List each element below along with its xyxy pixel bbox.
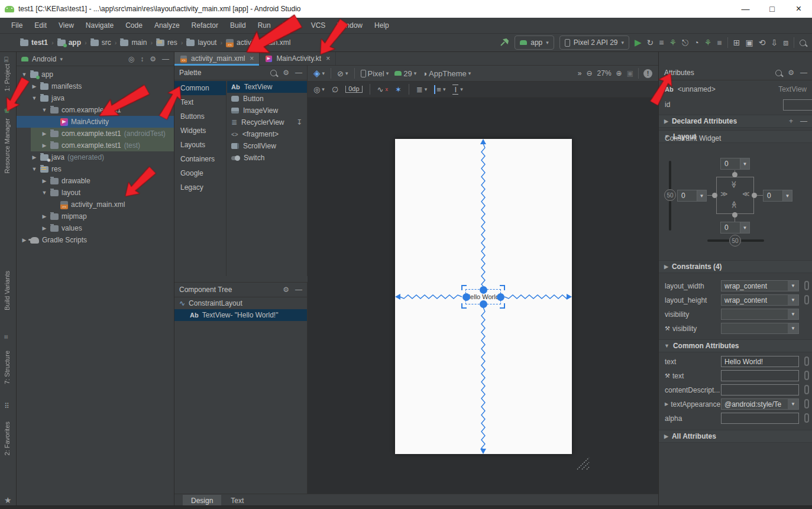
hide-panel-icon[interactable]: —	[800, 69, 807, 77]
tree-chevron-icon[interactable]: ▶	[41, 213, 47, 219]
constraint-anchor-right[interactable]	[752, 193, 757, 198]
tree-chevron-icon[interactable]: ▼	[41, 190, 47, 196]
combo-arrow-icon[interactable]: ▼	[788, 309, 798, 319]
zoom-fit-button[interactable]: ▣	[627, 69, 633, 77]
breadcrumb-app[interactable]: app	[57, 38, 81, 47]
structure-icon[interactable]: ⠿	[4, 402, 9, 410]
attr-text-input[interactable]: Hello World!	[721, 356, 799, 367]
margin-bottom-selector[interactable]: 0▼	[720, 222, 750, 234]
run-button[interactable]: ▶	[635, 37, 642, 48]
remove-attribute-icon[interactable]: —	[800, 117, 807, 125]
tree-chevron-icon[interactable]: ▼	[41, 107, 47, 113]
tree-chevron-icon[interactable]: ▶	[41, 142, 47, 148]
palette-category-widgets[interactable]: Widgets	[174, 124, 226, 138]
menu-code[interactable]: Code	[120, 20, 148, 31]
margin-right-selector[interactable]: 0▼	[763, 190, 792, 202]
favorites-star-icon[interactable]: ★	[4, 495, 12, 505]
tool-button-resource-manager[interactable]: Resource Manager	[4, 118, 11, 174]
gear-icon[interactable]: ⚙	[283, 286, 289, 294]
palette-item-button[interactable]: Button	[227, 93, 307, 105]
attr-layout_height-combo[interactable]: wrap_content▼	[721, 294, 799, 306]
tree-chevron-icon[interactable]: ▼	[31, 95, 37, 101]
search-icon[interactable]	[775, 70, 782, 76]
menu-navigate[interactable]: Navigate	[80, 20, 119, 31]
menu-edit[interactable]: Edit	[29, 20, 52, 31]
attr-connection-pill[interactable]	[804, 356, 809, 366]
tool-button-build-variants[interactable]: Build Variants	[4, 271, 11, 310]
hide-panel-icon[interactable]: —	[162, 55, 169, 63]
constraint-anchor-bottom[interactable]	[732, 212, 737, 218]
restart-debug-button[interactable]: ⚘	[704, 38, 712, 47]
apply-changes-button[interactable]: ↻	[647, 38, 654, 47]
expander-icon[interactable]: ▶	[665, 401, 668, 407]
palette-category-buttons[interactable]: Buttons	[174, 109, 226, 124]
design-canvas[interactable]: Hello World!	[308, 98, 658, 494]
tree-chevron-icon[interactable]: ▶	[31, 154, 37, 160]
attr-text-input[interactable]	[721, 370, 799, 381]
section-all-attributes[interactable]: ▶All Attributes	[659, 430, 812, 443]
tree-item-mipmap[interactable]: ▶mipmap	[17, 210, 174, 222]
tree-chevron-icon[interactable]: ▶	[21, 237, 27, 243]
combo-arrow-icon[interactable]: ▼	[788, 281, 798, 291]
search-everywhere-icon[interactable]	[800, 40, 806, 46]
component-tree-item-constraintlayout[interactable]: ∿ConstraintLayout	[174, 297, 307, 309]
menu-refactor[interactable]: Refactor	[186, 20, 224, 31]
tree-item-layout[interactable]: ▼layout	[17, 187, 174, 199]
design-surface-selector[interactable]: ◈▾	[313, 68, 325, 79]
tree-chevron-icon[interactable]: ▼	[21, 72, 27, 77]
profiler-button[interactable]: ◔	[694, 38, 698, 47]
tree-chevron-icon[interactable]: ▼	[31, 166, 37, 172]
gradle-sync-button[interactable]: ⟲	[759, 38, 766, 47]
search-icon[interactable]	[270, 70, 277, 76]
breadcrumb-layout[interactable]: layout	[186, 38, 216, 47]
section-declared-attributes[interactable]: ▶Declared Attributes +—	[659, 115, 812, 128]
attr-layout_width-combo[interactable]: wrap_content▼	[721, 280, 799, 291]
tree-item-values[interactable]: ▶values	[17, 222, 174, 234]
maximize-button[interactable]: □	[759, 0, 785, 18]
device-selector[interactable]: Pixel 2 API 29▾	[559, 35, 629, 50]
breadcrumb-res[interactable]: res	[156, 38, 177, 47]
mode-tab-text[interactable]: Text	[222, 495, 252, 507]
tree-chevron-icon[interactable]: ▶	[41, 131, 47, 137]
tree-item-com-example-test1[interactable]: ▼com.example.test1	[17, 104, 174, 116]
clear-constraints-button[interactable]: ∿x	[377, 85, 388, 94]
breadcrumb-test1[interactable]: test1	[20, 38, 48, 47]
attach-debugger-button[interactable]: ⎋	[682, 38, 688, 48]
tree-chevron-icon[interactable]: ▶	[41, 225, 47, 231]
mode-tab-design[interactable]: Design	[183, 495, 221, 507]
menu-help[interactable]: Help	[369, 20, 394, 31]
tool-button-project[interactable]: 1: Project	[4, 64, 11, 91]
attr-textAppearance-combo[interactable]: @android:style/Te▼	[721, 398, 799, 410]
attr-connection-pill[interactable]	[804, 281, 809, 290]
autoconnect-off-icon[interactable]: ∅	[332, 85, 338, 94]
constraint-handle-left[interactable]	[462, 293, 470, 301]
combo-arrow-icon[interactable]: ▼	[788, 323, 798, 333]
build-hammer-icon[interactable]	[500, 38, 509, 47]
editor-tab-activity_main-xml[interactable]: activity_main.xml×	[174, 52, 260, 65]
gear-icon[interactable]: ⚙	[283, 69, 289, 77]
tree-item-mainactivity[interactable]: MainActivity	[17, 116, 174, 128]
tool-button-favorites[interactable]: 2: Favorites	[4, 422, 11, 455]
orientation-selector[interactable]: ⊘▾	[337, 69, 348, 78]
tree-item-java[interactable]: ▶java (generated)	[17, 151, 174, 163]
download-icon[interactable]: ↧	[296, 118, 302, 127]
palette-category-layouts[interactable]: Layouts	[174, 138, 226, 152]
tool-button-structure[interactable]: 7: Structure	[4, 351, 11, 384]
component-tree-item-textview[interactable]: AbTextView- "Hello World!"	[174, 309, 307, 321]
theme-selector[interactable]: ◑AppTheme▾	[422, 69, 471, 78]
attr-connection-pill[interactable]	[804, 371, 809, 380]
project-view-selector[interactable]: Android	[32, 55, 56, 63]
tree-chevron-icon[interactable]: ▶	[31, 83, 37, 89]
breadcrumb-main[interactable]: main	[120, 38, 147, 47]
api-version-selector[interactable]: 29▾	[394, 69, 416, 78]
artboard-resize-handle[interactable]	[575, 455, 590, 471]
debug-button[interactable]: ⚘	[669, 38, 677, 47]
menu-build[interactable]: Build	[225, 20, 251, 31]
attr-connection-pill[interactable]	[804, 399, 809, 409]
menu-file[interactable]: File	[6, 20, 28, 31]
tree-item-activity_main-xml[interactable]: activity_main.xml	[17, 199, 174, 210]
sdk-manager-button[interactable]: ⇩	[771, 38, 778, 47]
tree-chevron-icon[interactable]: ▶	[41, 178, 47, 184]
close-button[interactable]: ×	[785, 0, 812, 18]
palette-category-google[interactable]: Google	[174, 166, 226, 180]
